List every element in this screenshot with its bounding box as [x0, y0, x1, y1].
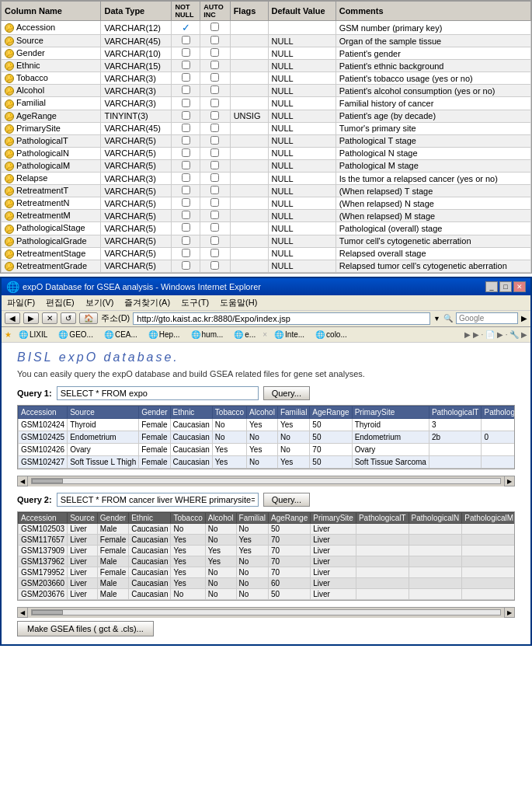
col-notnull-cell[interactable] — [172, 122, 200, 134]
autoinc-checkbox[interactable] — [210, 36, 219, 44]
notnull-checkbox[interactable] — [182, 99, 190, 107]
scroll2-right-arrow[interactable]: ▶ — [504, 607, 515, 618]
notnull-checkbox[interactable] — [182, 85, 190, 94]
notnull-checkbox[interactable] — [182, 249, 190, 257]
col-autoinc-cell[interactable] — [200, 47, 230, 60]
col-notnull-cell[interactable] — [172, 222, 200, 235]
col-notnull-cell[interactable] — [172, 159, 200, 172]
menu-tools[interactable]: 도구(T) — [179, 296, 211, 309]
col-autoinc-cell[interactable] — [200, 110, 230, 122]
col-autoinc-cell[interactable] — [200, 134, 230, 147]
notnull-checkbox[interactable] — [182, 261, 190, 270]
autoinc-checkbox[interactable] — [210, 99, 219, 107]
notnull-checkbox[interactable] — [182, 61, 190, 69]
col-notnull-cell[interactable] — [172, 247, 200, 260]
notnull-checkbox[interactable] — [182, 148, 190, 157]
fav-e[interactable]: 🌐e... — [230, 329, 259, 340]
autoinc-checkbox[interactable] — [210, 61, 219, 69]
search-go-icon[interactable]: ▶ — [521, 314, 527, 323]
col-autoinc-cell[interactable] — [200, 197, 230, 210]
query2-input[interactable] — [57, 493, 259, 507]
notnull-checkbox[interactable] — [182, 186, 190, 194]
stop-button[interactable]: ✕ — [42, 312, 57, 324]
home-button[interactable]: 🏠 — [79, 312, 98, 324]
notnull-checkbox[interactable] — [182, 36, 190, 44]
notnull-checkbox[interactable] — [182, 161, 190, 169]
autoinc-checkbox[interactable] — [210, 236, 219, 245]
col-autoinc-cell[interactable] — [200, 222, 230, 235]
autoinc-checkbox[interactable] — [210, 124, 219, 132]
notnull-checkbox[interactable] — [182, 111, 190, 120]
autoinc-checkbox[interactable] — [210, 23, 219, 31]
col-notnull-cell[interactable] — [172, 147, 200, 159]
notnull-checkbox[interactable] — [182, 73, 190, 82]
notnull-checkbox[interactable] — [182, 236, 190, 245]
autoinc-checkbox[interactable] — [210, 249, 219, 257]
fav-cea[interactable]: 🌐CEA... — [100, 329, 141, 340]
notnull-checkbox[interactable] — [182, 223, 190, 232]
col-autoinc-cell[interactable] — [200, 60, 230, 72]
window-controls[interactable]: _ □ ✕ — [485, 281, 526, 292]
forward-button[interactable]: ▶ — [23, 312, 39, 324]
notnull-checkbox[interactable] — [182, 136, 190, 145]
scroll2-left-arrow[interactable]: ◀ — [17, 607, 28, 618]
col-notnull-cell[interactable]: ✓ — [172, 21, 200, 35]
autoinc-checkbox[interactable] — [210, 48, 219, 57]
menu-favorites[interactable]: 즐겨찾기(A) — [122, 296, 172, 309]
result1-scrollbar[interactable]: ◀ ▶ — [17, 476, 515, 486]
col-autoinc-cell[interactable] — [200, 72, 230, 85]
col-autoinc-cell[interactable] — [200, 85, 230, 97]
fav-lixil[interactable]: 🌐LIXIL — [15, 329, 51, 340]
col-notnull-cell[interactable] — [172, 210, 200, 222]
refresh-button[interactable]: ↺ — [61, 312, 76, 324]
col-autoinc-cell[interactable] — [200, 210, 230, 222]
dropdown-arrow-icon[interactable]: ▼ — [433, 315, 440, 323]
fav-geo[interactable]: 🌐GEO... — [54, 329, 97, 340]
notnull-checkbox[interactable] — [182, 124, 190, 132]
restore-button[interactable]: □ — [499, 281, 512, 292]
notnull-checkbox[interactable] — [182, 198, 190, 207]
autoinc-checkbox[interactable] — [210, 261, 219, 270]
col-autoinc-cell[interactable] — [200, 235, 230, 247]
autoinc-checkbox[interactable] — [210, 211, 219, 219]
col-autoinc-cell[interactable] — [200, 35, 230, 47]
col-notnull-cell[interactable] — [172, 85, 200, 97]
col-notnull-cell[interactable] — [172, 260, 200, 272]
col-notnull-cell[interactable] — [172, 47, 200, 60]
autoinc-checkbox[interactable] — [210, 198, 219, 207]
col-notnull-cell[interactable] — [172, 97, 200, 110]
menu-help[interactable]: 도움말(H) — [217, 296, 259, 309]
col-autoinc-cell[interactable] — [200, 247, 230, 260]
autoinc-checkbox[interactable] — [210, 111, 219, 120]
query1-button[interactable]: Query... — [263, 386, 310, 400]
autoinc-checkbox[interactable] — [210, 161, 219, 169]
fav-hep[interactable]: 🌐Hep... — [144, 329, 184, 340]
col-autoinc-cell[interactable] — [200, 260, 230, 272]
col-notnull-cell[interactable] — [172, 110, 200, 122]
autoinc-checkbox[interactable] — [210, 186, 219, 194]
col-notnull-cell[interactable] — [172, 185, 200, 197]
fav-colo[interactable]: 🌐colo... — [311, 329, 351, 340]
menu-view[interactable]: 보기(V) — [83, 296, 116, 309]
query2-button[interactable]: Query... — [263, 493, 310, 507]
col-notnull-cell[interactable] — [172, 173, 200, 185]
col-autoinc-cell[interactable] — [200, 185, 230, 197]
notnull-checkbox[interactable] — [182, 48, 190, 57]
col-notnull-cell[interactable] — [172, 134, 200, 147]
col-notnull-cell[interactable] — [172, 235, 200, 247]
col-autoinc-cell[interactable] — [200, 173, 230, 185]
fav-hum[interactable]: 🌐hum... — [187, 329, 228, 340]
back-button[interactable]: ◀ — [5, 312, 20, 324]
query1-input[interactable] — [57, 386, 259, 400]
col-notnull-cell[interactable] — [172, 60, 200, 72]
close-button[interactable]: ✕ — [513, 281, 526, 292]
col-autoinc-cell[interactable] — [200, 147, 230, 159]
minimize-button[interactable]: _ — [485, 281, 498, 292]
search-input[interactable] — [456, 312, 518, 324]
col-autoinc-cell[interactable] — [200, 97, 230, 110]
make-gsea-button[interactable]: Make GSEA files ( gct & .cls)... — [17, 621, 154, 636]
col-notnull-cell[interactable] — [172, 72, 200, 85]
col-autoinc-cell[interactable] — [200, 21, 230, 35]
notnull-checkbox[interactable] — [182, 173, 190, 182]
menu-file[interactable]: 파일(F) — [5, 296, 37, 309]
